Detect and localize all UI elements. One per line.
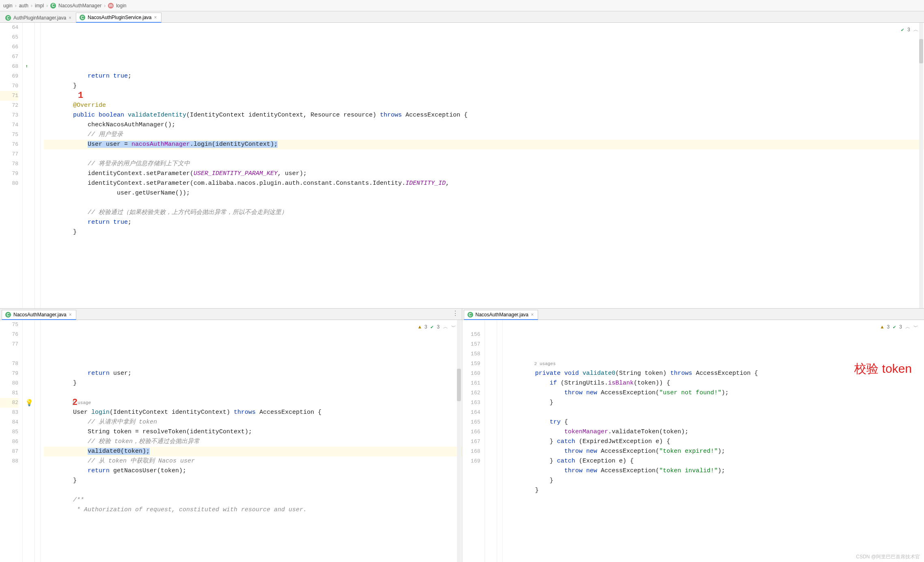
code-line[interactable]: 2 usages xyxy=(506,359,924,369)
code-line[interactable]: } xyxy=(44,227,924,237)
code-line[interactable]: tokenManager.validateToken(token); xyxy=(506,427,924,437)
warn-count: 3 xyxy=(424,322,427,332)
line-number: 158 xyxy=(462,349,480,359)
code-line[interactable]: // 校验 token，校验不通过会抛出异常 xyxy=(44,437,462,447)
chevron-up-icon[interactable]: ︿ xyxy=(913,25,918,35)
code-line[interactable] xyxy=(506,495,924,505)
code-line[interactable]: if (StringUtils.isBlank(token)) { xyxy=(506,378,924,388)
tab-nacosauthmanager[interactable]: C NacosAuthManager.java × xyxy=(464,310,538,320)
scrollbar[interactable] xyxy=(919,23,923,308)
line-number: 88 xyxy=(0,456,18,466)
line-number: 76 xyxy=(0,330,18,339)
line-number: 168 xyxy=(462,447,480,456)
code-line[interactable] xyxy=(44,91,924,101)
line-number-gutter: 757677 7879808182838485868788 xyxy=(0,320,23,562)
tab-bar: C NacosAuthManager.java × xyxy=(462,309,924,320)
method-icon: m xyxy=(108,3,114,9)
tab-nacosauthpluginservice[interactable]: C NacosAuthPluginService.java × xyxy=(76,13,161,23)
code-line[interactable]: // 从 token 中获取到 Nacos user xyxy=(44,456,462,466)
code-line[interactable]: User login(IdentityContext identityConte… xyxy=(44,408,462,417)
code-line[interactable]: return getNacosUser(token); xyxy=(44,466,462,476)
code-line[interactable]: } xyxy=(44,378,462,388)
code-editor[interactable]: 6465666768697071727374757677787980 ⬆ 1 ✔… xyxy=(0,23,924,308)
code-line[interactable]: public boolean validateIdentity(Identity… xyxy=(44,110,924,120)
code-editor[interactable]: 757677 7879808182838485868788 💡 2 ▲ 3 ✔ … xyxy=(0,320,462,562)
crumb-item[interactable]: ugin xyxy=(3,3,13,9)
code-line[interactable]: } xyxy=(44,476,462,486)
close-icon[interactable]: × xyxy=(531,312,534,318)
usage-hint[interactable]: 1 usage xyxy=(72,398,91,408)
code-line[interactable]: identityContext.setParameter(USER_IDENTI… xyxy=(44,169,924,179)
code-line[interactable]: 1 usage xyxy=(44,398,462,408)
implements-gutter-icon[interactable]: ⬆ xyxy=(25,63,28,69)
code-line[interactable]: * Authorization of request, constituted … xyxy=(44,505,462,515)
code-line[interactable]: checkNacosAuthManager(); xyxy=(44,120,924,130)
code-line[interactable]: validate0(token); xyxy=(44,447,462,456)
code-line[interactable]: return true; xyxy=(44,71,924,81)
code-line[interactable]: // 校验通过（如果校验失败，上方代码会抛出异常，所以不会走到这里） xyxy=(44,208,924,218)
code-line[interactable] xyxy=(44,388,462,398)
code-line[interactable]: User user = nacosAuthManager.login(ident… xyxy=(44,140,924,149)
code-line[interactable] xyxy=(506,408,924,417)
scrollbar[interactable] xyxy=(457,320,461,562)
code-line[interactable]: identityContext.setParameter(com.alibaba… xyxy=(44,179,924,188)
code-area[interactable]: 校验 token ▲ 3 ✔ 3 ︿ ﹀ 2 usages private vo… xyxy=(503,320,924,562)
chevron-down-icon[interactable]: ﹀ xyxy=(913,322,918,332)
code-line[interactable]: return user; xyxy=(44,369,462,378)
code-line[interactable]: return true; xyxy=(44,218,924,227)
code-line[interactable]: } xyxy=(506,476,924,486)
code-line[interactable]: @Override xyxy=(44,101,924,110)
line-number: 70 xyxy=(0,81,18,91)
code-line[interactable]: } catch (Exception e) { xyxy=(506,456,924,466)
fold-strip xyxy=(35,320,41,562)
close-icon[interactable]: × xyxy=(69,312,72,318)
close-icon[interactable]: × xyxy=(154,15,157,20)
chevron-up-icon[interactable]: ︿ xyxy=(905,322,910,332)
chevron-down-icon[interactable]: ﹀ xyxy=(451,322,456,332)
crumb-item[interactable]: auth xyxy=(19,3,28,9)
code-line[interactable] xyxy=(44,198,924,208)
code-line[interactable] xyxy=(44,486,462,495)
code-line[interactable]: throw new AccessException("user not foun… xyxy=(506,388,924,398)
inspection-summary[interactable]: ✔ 3 ︿ xyxy=(901,25,918,35)
class-icon: C xyxy=(80,15,85,20)
code-line[interactable]: throw new AccessException("token expired… xyxy=(506,447,924,456)
inspection-summary[interactable]: ▲ 3 ✔ 3 ︿ ﹀ xyxy=(418,322,456,332)
code-line[interactable]: // 将登录的用户信息存储到上下文中 xyxy=(44,159,924,169)
intention-bulb-icon[interactable]: 💡 xyxy=(25,399,33,407)
tab-authpluginmanager[interactable]: C AuthPluginManager.java × xyxy=(2,13,76,22)
code-line[interactable]: try { xyxy=(506,417,924,427)
line-number: 72 xyxy=(0,101,18,110)
code-line[interactable]: } catch (ExpiredJwtException e) { xyxy=(506,437,924,447)
line-number: 80 xyxy=(0,179,18,188)
inspection-summary[interactable]: ▲ 3 ✔ 3 ︿ ﹀ xyxy=(881,322,918,332)
code-area[interactable]: 2 ▲ 3 ✔ 3 ︿ ﹀ return user; }1 usage U xyxy=(41,320,462,562)
tab-nacosauthmanager[interactable]: C NacosAuthManager.java × xyxy=(2,310,76,320)
code-line[interactable]: } xyxy=(506,486,924,495)
editor-pane-top: C AuthPluginManager.java × C NacosAuthPl… xyxy=(0,11,924,309)
code-line[interactable]: /** xyxy=(44,495,462,505)
code-line[interactable]: throw new AccessException("token invalid… xyxy=(506,466,924,476)
code-line[interactable]: } xyxy=(44,81,924,91)
line-number: 86 xyxy=(0,437,18,447)
more-icon[interactable]: ⋮ xyxy=(452,310,459,317)
code-line[interactable]: // 从请求中拿到 token xyxy=(44,417,462,427)
code-line[interactable] xyxy=(44,149,924,159)
usage-hint[interactable]: 2 usages xyxy=(534,359,556,369)
crumb-item[interactable]: login xyxy=(116,3,126,9)
code-line[interactable]: user.getUserName()); xyxy=(44,188,924,198)
tab-label: NacosAuthPluginService.java xyxy=(88,15,151,20)
code-editor[interactable]: 1561571581591601611621631641651661671681… xyxy=(462,320,924,562)
chevron-up-icon[interactable]: ︿ xyxy=(443,322,448,332)
class-icon: C xyxy=(5,312,11,318)
crumb-item[interactable]: NacosAuthManager xyxy=(58,3,101,9)
close-icon[interactable]: × xyxy=(69,15,71,21)
code-line[interactable]: // 用户登录 xyxy=(44,130,924,140)
code-area[interactable]: 1 ✔ 3 ︿ return true; } @Override public … xyxy=(41,23,924,308)
crumb-item[interactable]: impl xyxy=(35,3,44,9)
class-icon: C xyxy=(50,3,56,9)
line-number: 78 xyxy=(0,359,18,369)
code-line[interactable]: } xyxy=(506,398,924,408)
line-number: 157 xyxy=(462,339,480,349)
code-line[interactable]: String token = resolveToken(identityCont… xyxy=(44,427,462,437)
